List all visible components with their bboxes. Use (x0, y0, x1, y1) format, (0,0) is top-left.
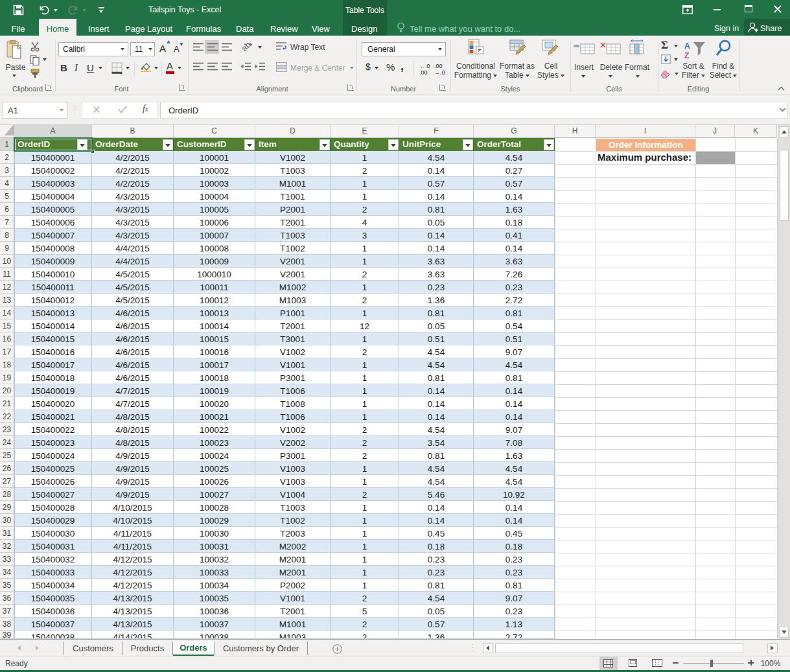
svg-text:A: A (684, 41, 690, 51)
svg-text:≠: ≠ (478, 47, 482, 54)
svg-text:ab: ab (241, 41, 253, 52)
svg-text:Z: Z (684, 51, 689, 60)
